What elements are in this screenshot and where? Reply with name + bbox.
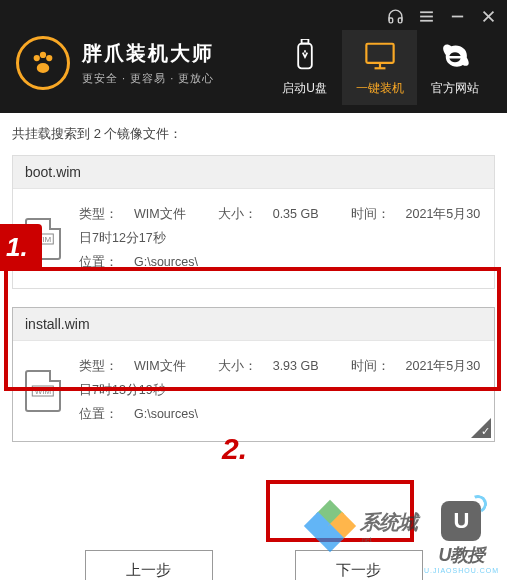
nav-item-usb[interactable]: 启动U盘 xyxy=(267,30,342,105)
app-subtitle: 更安全 · 更容易 · 更放心 xyxy=(82,71,214,86)
file-card-install[interactable]: install.wim WIM 类型：WIM文件大小：3.93 GB时间：202… xyxy=(12,307,495,441)
svg-point-6 xyxy=(34,55,40,61)
minimize-icon[interactable] xyxy=(449,8,466,25)
count-text: 共挂载搜索到 2 个镜像文件： xyxy=(12,125,495,143)
svg-point-7 xyxy=(40,52,46,58)
nav-label: 一键装机 xyxy=(356,80,404,97)
file-info: 类型：WIM文件大小：0.35 GB时间：2021年5月30日7时12分17秒 … xyxy=(79,203,482,274)
file-name: boot.wim xyxy=(13,156,494,189)
file-name: install.wim xyxy=(13,308,494,341)
brand: 胖爪装机大师 更安全 · 更容易 · 更放心 xyxy=(16,36,214,90)
window-controls xyxy=(387,8,497,25)
monitor-icon xyxy=(363,38,397,74)
app-header: 胖爪装机大师 更安全 · 更容易 · 更放心 启动U盘 一键装机 官方网站 xyxy=(0,0,507,113)
main-nav: 启动U盘 一键装机 官方网站 xyxy=(267,30,492,105)
nav-item-website[interactable]: 官方网站 xyxy=(417,30,492,105)
usb-icon xyxy=(291,38,319,74)
nav-label: 启动U盘 xyxy=(282,80,327,97)
selected-check-icon xyxy=(471,418,491,438)
file-icon: WIM xyxy=(25,370,61,412)
prev-button[interactable]: 上一步 xyxy=(85,550,213,581)
nav-label: 官方网站 xyxy=(431,80,479,97)
headset-icon[interactable] xyxy=(387,8,404,25)
app-title: 胖爪装机大师 xyxy=(82,40,214,67)
paw-logo-icon xyxy=(16,36,70,90)
file-card-boot[interactable]: boot.wim WIM 类型：WIM文件大小：0.35 GB时间：2021年5… xyxy=(12,155,495,289)
close-icon[interactable] xyxy=(480,8,497,25)
ie-icon xyxy=(440,38,470,74)
menu-icon[interactable] xyxy=(418,8,435,25)
button-row: 上一步 下一步 xyxy=(12,550,495,581)
svg-point-9 xyxy=(37,63,50,73)
svg-point-8 xyxy=(46,55,52,61)
file-info: 类型：WIM文件大小：3.93 GB时间：2021年5月30日7时13分19秒 … xyxy=(79,355,482,426)
content-area: 共挂载搜索到 2 个镜像文件： boot.wim WIM 类型：WIM文件大小：… xyxy=(0,113,507,580)
nav-item-install[interactable]: 一键装机 xyxy=(342,30,417,105)
file-icon: WIM xyxy=(25,218,61,260)
next-button[interactable]: 下一步 xyxy=(295,550,423,581)
svg-rect-11 xyxy=(301,39,308,44)
svg-rect-12 xyxy=(366,44,393,63)
